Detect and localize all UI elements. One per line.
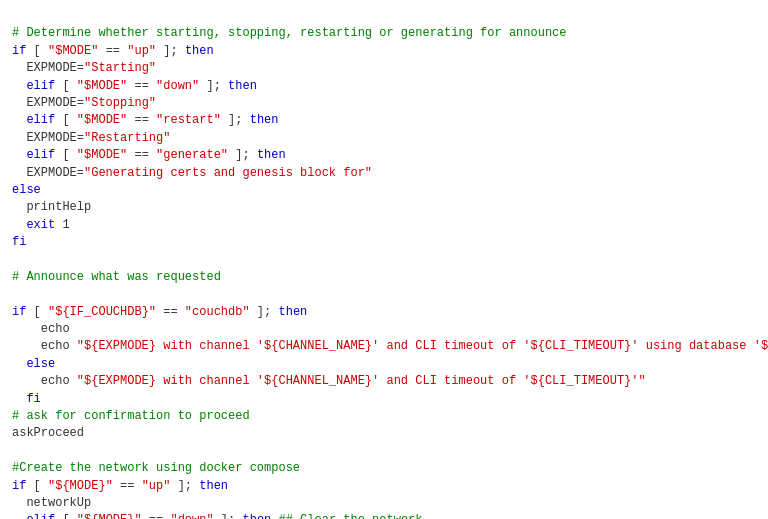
code-line: EXPMODE="Restarting" bbox=[12, 130, 756, 147]
code-line: EXPMODE="Generating certs and genesis bl… bbox=[12, 165, 756, 182]
code-line: elif [ "$MODE" == "restart" ]; then bbox=[12, 112, 756, 129]
code-line: fi bbox=[12, 391, 756, 408]
code-line: elif [ "$MODE" == "down" ]; then bbox=[12, 78, 756, 95]
code-line: else bbox=[12, 356, 756, 373]
code-line: echo "${EXPMODE} with channel '${CHANNEL… bbox=[12, 373, 756, 390]
code-line: if [ "${IF_COUCHDB}" == "couchdb" ]; the… bbox=[12, 304, 756, 321]
code-line: fi bbox=[12, 234, 756, 251]
code-line: elif [ "${MODE}" == "down" ]; then ## Cl… bbox=[12, 512, 756, 519]
code-line: networkUp bbox=[12, 495, 756, 512]
code-line bbox=[12, 286, 756, 303]
code-line: elif [ "$MODE" == "generate" ]; then bbox=[12, 147, 756, 164]
code-line: printHelp bbox=[12, 199, 756, 216]
code-editor: # Determine whether starting, stopping, … bbox=[12, 8, 756, 519]
code-line: if [ "$MODE" == "up" ]; then bbox=[12, 43, 756, 60]
code-line: # ask for confirmation to proceed bbox=[12, 408, 756, 425]
code-line: echo "${EXPMODE} with channel '${CHANNEL… bbox=[12, 338, 756, 355]
code-line: # Determine whether starting, stopping, … bbox=[12, 25, 756, 42]
code-line: else bbox=[12, 182, 756, 199]
code-line: EXPMODE="Stopping" bbox=[12, 95, 756, 112]
code-line bbox=[12, 443, 756, 460]
code-line: if [ "${MODE}" == "up" ]; then bbox=[12, 478, 756, 495]
code-line bbox=[12, 251, 756, 268]
code-line: EXPMODE="Starting" bbox=[12, 60, 756, 77]
code-line: exit 1 bbox=[12, 217, 756, 234]
code-line: askProceed bbox=[12, 425, 756, 442]
code-line: #Create the network using docker compose bbox=[12, 460, 756, 477]
code-line: echo bbox=[12, 321, 756, 338]
code-line: # Announce what was requested bbox=[12, 269, 756, 286]
